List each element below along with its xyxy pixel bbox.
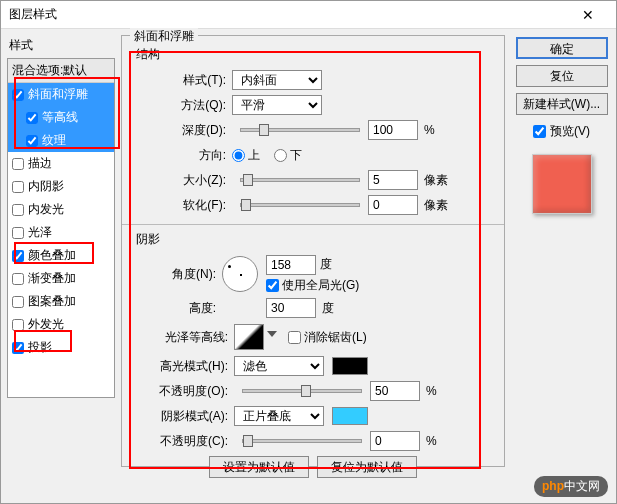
depth-slider[interactable] [240, 128, 360, 132]
method-label: 方法(Q): [162, 97, 232, 114]
reset-default-button[interactable]: 复位为默认值 [317, 456, 417, 478]
style-contour[interactable]: 等高线 [8, 106, 114, 129]
antialias-check[interactable]: 消除锯齿(L) [288, 329, 367, 346]
gloss-label: 光泽等高线: [152, 329, 234, 346]
new-style-button[interactable]: 新建样式(W)... [516, 93, 608, 115]
style-check[interactable] [12, 296, 24, 308]
style-label: 样式(T): [162, 72, 232, 89]
titlebar: 图层样式 ✕ [1, 1, 616, 29]
style-stroke[interactable]: 描边 [8, 152, 114, 175]
shadow-color-swatch[interactable] [332, 407, 368, 425]
gloss-contour[interactable] [234, 324, 264, 350]
styles-panel: 样式 混合选项:默认 斜面和浮雕 等高线 纹理 描边 [1, 29, 121, 503]
direction-label: 方向: [162, 147, 232, 164]
angle-widget[interactable] [222, 256, 258, 292]
soften-input[interactable] [368, 195, 418, 215]
angle-label: 角度(N): [152, 266, 222, 283]
highlight-opacity-input[interactable] [370, 381, 420, 401]
group-title: 斜面和浮雕 [130, 28, 198, 45]
angle-input[interactable] [266, 255, 316, 275]
global-light-check[interactable]: 使用全局光(G) [266, 277, 359, 294]
style-inner-shadow[interactable]: 内阴影 [8, 175, 114, 198]
style-bevel-emboss[interactable]: 斜面和浮雕 [8, 83, 114, 106]
style-texture[interactable]: 纹理 [8, 129, 114, 152]
blend-options[interactable]: 混合选项:默认 [8, 59, 114, 83]
style-check[interactable] [12, 273, 24, 285]
highlight-mode-select[interactable]: 滤色 [234, 356, 324, 376]
style-check[interactable] [12, 181, 24, 193]
style-check[interactable] [12, 342, 24, 354]
watermark: php中文网 [534, 476, 608, 497]
highlight-opacity-label: 不透明度(O): [152, 383, 234, 400]
size-slider[interactable] [240, 178, 360, 182]
soften-slider[interactable] [240, 203, 360, 207]
ok-button[interactable]: 确定 [516, 37, 608, 59]
style-check[interactable] [12, 250, 24, 262]
style-check[interactable] [12, 204, 24, 216]
depth-label: 深度(D): [162, 122, 232, 139]
style-gradient-overlay[interactable]: 渐变叠加 [8, 267, 114, 290]
method-select[interactable]: 平滑 [232, 95, 322, 115]
style-check[interactable] [12, 319, 24, 331]
structure-title: 结构 [136, 46, 494, 63]
dir-down-radio[interactable]: 下 [274, 147, 302, 164]
depth-input[interactable] [368, 120, 418, 140]
style-satin[interactable]: 光泽 [8, 221, 114, 244]
dir-up-radio[interactable]: 上 [232, 147, 260, 164]
style-check[interactable] [12, 158, 24, 170]
shadow-opacity-input[interactable] [370, 431, 420, 451]
style-check[interactable] [12, 89, 24, 101]
style-pattern-overlay[interactable]: 图案叠加 [8, 290, 114, 313]
make-default-button[interactable]: 设置为默认值 [209, 456, 309, 478]
shadow-mode-label: 阴影模式(A): [152, 408, 234, 425]
window-title: 图层样式 [9, 6, 568, 23]
style-color-overlay[interactable]: 颜色叠加 [8, 244, 114, 267]
action-panel: 确定 复位 新建样式(W)... 预览(V) [511, 29, 616, 503]
soften-label: 软化(F): [162, 197, 232, 214]
highlight-mode-label: 高光模式(H): [152, 358, 234, 375]
cancel-button[interactable]: 复位 [516, 65, 608, 87]
preview-check[interactable]: 预览(V) [533, 123, 590, 140]
bevel-emboss-group: 斜面和浮雕 结构 样式(T): 内斜面 方法(Q): 平滑 深度(D): % [121, 35, 505, 467]
style-check[interactable] [26, 112, 38, 124]
shadow-opacity-slider[interactable] [242, 439, 362, 443]
style-check[interactable] [26, 135, 38, 147]
highlight-opacity-slider[interactable] [242, 389, 362, 393]
shading-title: 阴影 [136, 231, 494, 248]
shadow-mode-select[interactable]: 正片叠底 [234, 406, 324, 426]
size-label: 大小(Z): [162, 172, 232, 189]
style-outer-glow[interactable]: 外发光 [8, 313, 114, 336]
style-inner-glow[interactable]: 内发光 [8, 198, 114, 221]
styles-list: 混合选项:默认 斜面和浮雕 等高线 纹理 描边 内阴影 [7, 58, 115, 398]
style-select[interactable]: 内斜面 [232, 70, 322, 90]
altitude-input[interactable] [266, 298, 316, 318]
styles-title: 样式 [7, 37, 115, 54]
style-drop-shadow[interactable]: 投影 [8, 336, 114, 359]
altitude-label: 高度: [152, 300, 222, 317]
close-icon[interactable]: ✕ [568, 7, 608, 23]
preview-thumbnail [532, 154, 592, 214]
settings-panel: 斜面和浮雕 结构 样式(T): 内斜面 方法(Q): 平滑 深度(D): % [121, 29, 511, 503]
size-input[interactable] [368, 170, 418, 190]
style-check[interactable] [12, 227, 24, 239]
highlight-color-swatch[interactable] [332, 357, 368, 375]
shadow-opacity-label: 不透明度(C): [152, 433, 234, 450]
